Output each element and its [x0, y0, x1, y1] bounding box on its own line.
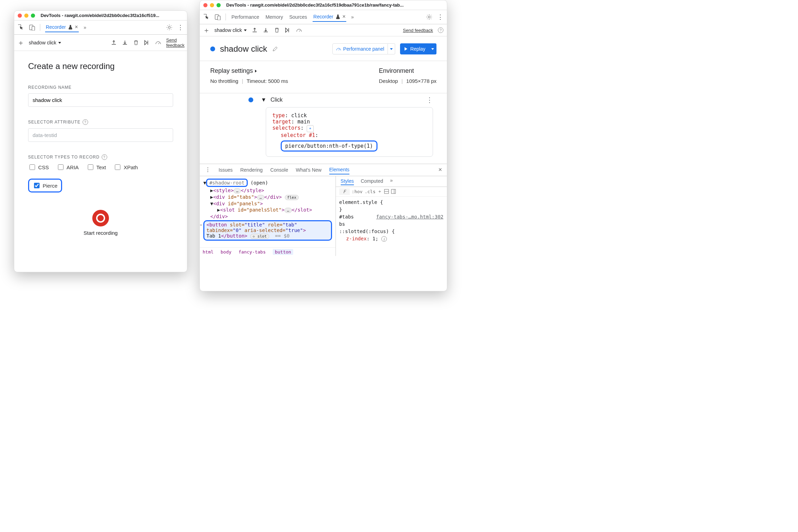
- toggle-hov[interactable]: :hov: [352, 189, 363, 194]
- sidebar-toggle-icon[interactable]: [391, 189, 396, 194]
- tab-memory[interactable]: Memory: [265, 13, 284, 21]
- recorder-toolbar: ＋ shadow click Send feedback: [14, 35, 187, 51]
- window-title: DevTools - rawgit.com/ebidel/2d2bb0cdec3…: [41, 13, 159, 18]
- devtools-window-left: DevTools - rawgit.com/ebidel/2d2bb0cdec3…: [14, 10, 187, 272]
- drawer-tab-whatsnew[interactable]: What's New: [296, 166, 321, 174]
- kebab-menu-icon[interactable]: ⋮: [177, 24, 184, 31]
- toggle-cls[interactable]: .cls: [365, 189, 375, 194]
- checkbox-xpath[interactable]: XPath: [113, 163, 138, 171]
- export-icon[interactable]: [111, 40, 117, 46]
- styles-filter-input[interactable]: F: [339, 188, 350, 195]
- computed-toggle-icon[interactable]: [384, 189, 389, 194]
- more-tabs-chevron-icon[interactable]: »: [351, 14, 354, 20]
- inspect-icon[interactable]: [18, 24, 24, 31]
- checkbox-text[interactable]: Text: [86, 163, 106, 171]
- drawer-tab-elements[interactable]: Elements: [329, 165, 349, 174]
- new-recording-icon[interactable]: ＋: [203, 27, 210, 33]
- styles-panel: Styles Computed » F :hov .cls ＋ element.…: [336, 176, 447, 256]
- new-style-rule-icon[interactable]: ＋: [377, 188, 382, 195]
- replay-settings-row: Replay settings No throttling | Timeout:…: [200, 61, 447, 93]
- drawer-tab-rendering[interactable]: Rendering: [240, 166, 263, 174]
- export-icon[interactable]: [252, 27, 258, 33]
- checkbox-pierce[interactable]: Pierce: [28, 179, 62, 192]
- selected-dom-node[interactable]: ⋯ <button slot="title" role="tab" tabind…: [203, 220, 332, 241]
- step-header[interactable]: ▼ Click ⋮: [248, 97, 433, 103]
- delete-icon[interactable]: [133, 40, 139, 46]
- replay-speed-icon[interactable]: [155, 40, 161, 46]
- traffic-lights: [18, 14, 35, 18]
- pick-selector-icon[interactable]: ⌖: [307, 125, 314, 132]
- delete-icon[interactable]: [274, 27, 280, 33]
- selector-attribute-input[interactable]: [28, 128, 173, 142]
- devtools-top-toolbar: Performance Memory Sources Recorder × » …: [200, 10, 447, 24]
- throttling-value: No throttling: [210, 78, 238, 84]
- recording-select[interactable]: shadow click: [29, 40, 56, 45]
- recording-select[interactable]: shadow click: [214, 27, 242, 33]
- drawer-tab-issues[interactable]: Issues: [219, 166, 232, 174]
- play-step-icon[interactable]: [285, 27, 291, 33]
- tab-sources[interactable]: Sources: [289, 13, 308, 21]
- close-tab-icon[interactable]: ×: [75, 24, 78, 30]
- styles-tab-styles[interactable]: Styles: [341, 178, 354, 185]
- edit-icon[interactable]: [272, 46, 278, 52]
- flask-icon: [68, 25, 73, 29]
- info-icon[interactable]: i: [381, 236, 387, 242]
- tab-recorder[interactable]: Recorder ×: [45, 23, 79, 32]
- replay-button[interactable]: Replay: [400, 43, 436, 54]
- close-icon[interactable]: [18, 14, 22, 18]
- maximize-icon[interactable]: [31, 14, 35, 18]
- checkbox-aria[interactable]: ARIA: [57, 163, 79, 171]
- replay-settings-heading[interactable]: Replay settings: [210, 67, 288, 75]
- step-kebab-icon[interactable]: ⋮: [426, 98, 433, 102]
- tab-recorder[interactable]: Recorder ×: [313, 12, 346, 22]
- help-icon[interactable]: ?: [83, 119, 88, 125]
- device-toggle-icon[interactable]: [214, 14, 221, 20]
- inspect-icon[interactable]: [203, 14, 210, 20]
- devtools-window-right: DevTools - rawgit.com/ebidel/2d2bb0cdec3…: [200, 0, 447, 291]
- elements-dom-tree[interactable]: ▼#shadow-root (open) ▶<style>…</style> ▶…: [200, 176, 336, 256]
- import-icon[interactable]: [263, 27, 269, 33]
- gear-icon[interactable]: [426, 14, 432, 20]
- svg-point-2: [168, 26, 170, 28]
- svg-point-5: [428, 16, 430, 18]
- status-dot-icon: [210, 46, 215, 51]
- replay-speed-icon[interactable]: [296, 27, 302, 33]
- recording-header: shadow click Performance panel Replay: [200, 36, 447, 61]
- help-icon[interactable]: ?: [102, 154, 107, 160]
- more-tabs-chevron-icon[interactable]: »: [84, 25, 86, 30]
- maximize-icon[interactable]: [217, 3, 221, 7]
- styles-tab-computed[interactable]: Computed: [361, 178, 383, 185]
- device-toggle-icon[interactable]: [29, 24, 35, 31]
- play-icon: [404, 47, 408, 51]
- devtools-top-toolbar: Recorder × » ⋮: [14, 20, 187, 35]
- performance-panel-button[interactable]: Performance panel: [332, 43, 395, 54]
- chevron-down-icon: [431, 48, 434, 50]
- send-feedback-link[interactable]: Send feedback: [403, 28, 433, 33]
- breadcrumb[interactable]: html body fancy-tabs button: [200, 247, 336, 256]
- selector-types-label: Selector Types to Record ?: [28, 154, 173, 160]
- close-drawer-icon[interactable]: ×: [438, 166, 442, 173]
- more-tabs-chevron-icon[interactable]: »: [390, 178, 393, 185]
- import-icon[interactable]: [122, 40, 128, 46]
- gear-icon[interactable]: [166, 24, 172, 31]
- kebab-menu-icon[interactable]: ⋮: [437, 14, 443, 20]
- tab-performance[interactable]: Performance: [231, 13, 260, 21]
- minimize-icon[interactable]: [210, 3, 214, 7]
- checkbox-css[interactable]: CSS: [28, 163, 49, 171]
- send-feedback-link[interactable]: Send feedback: [166, 37, 184, 48]
- source-link[interactable]: fancy-tabs-…mo.html:302: [376, 213, 443, 221]
- flask-icon: [336, 14, 340, 19]
- close-icon[interactable]: [203, 3, 207, 7]
- recording-name-input[interactable]: [28, 93, 173, 107]
- env-device: Desktop: [379, 78, 398, 84]
- help-icon[interactable]: ?: [438, 27, 443, 33]
- play-step-icon[interactable]: [144, 40, 150, 46]
- selector-attribute-label: Selector Attribute ?: [28, 119, 173, 125]
- new-recording-icon[interactable]: ＋: [18, 40, 24, 46]
- styles-rules[interactable]: element.style { } #tabs fancy-tabs-…mo.h…: [336, 197, 447, 244]
- start-recording-button[interactable]: [92, 210, 109, 226]
- kebab-menu-icon[interactable]: ⋮: [205, 167, 211, 173]
- close-tab-icon[interactable]: ×: [342, 14, 346, 20]
- drawer-tab-console[interactable]: Console: [270, 166, 288, 174]
- minimize-icon[interactable]: [24, 14, 28, 18]
